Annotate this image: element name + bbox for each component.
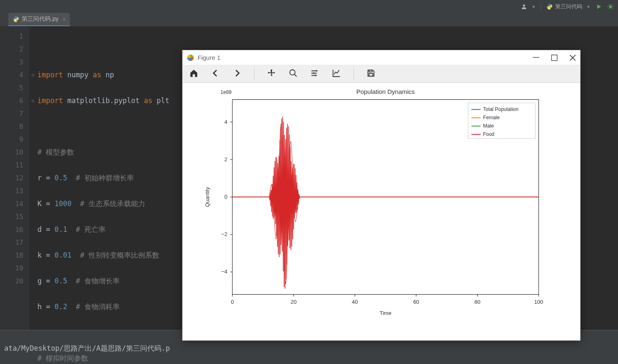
- close-tab-icon[interactable]: ×: [63, 16, 66, 22]
- svg-point-1: [609, 5, 612, 8]
- file-tab[interactable]: 第三问代码.py ×: [8, 13, 70, 26]
- bug-icon: [607, 3, 614, 10]
- code-editor[interactable]: ⊟import numpy as np ⊟import matplotlib.p…: [29, 27, 618, 330]
- python-icon: [12, 16, 19, 22]
- run-button[interactable]: [596, 3, 602, 10]
- user-icon: [521, 3, 527, 10]
- chevron-down-icon: ▼: [531, 5, 536, 9]
- editor-tabs-bar: 第三问代码.py ×: [0, 13, 618, 27]
- play-icon: [596, 3, 602, 10]
- run-config-selector[interactable]: 第三问代码 ▼: [546, 3, 591, 10]
- editor-area: 1234567891011121314151617181920 ⊟import …: [0, 27, 618, 330]
- tab-filename: 第三问代码.py: [22, 15, 59, 23]
- user-menu[interactable]: ▼: [521, 3, 536, 10]
- line-number-gutter: 1234567891011121314151617181920: [0, 27, 29, 330]
- python-icon: [546, 3, 553, 10]
- debug-button[interactable]: [607, 3, 614, 10]
- ide-top-toolbar: ▼ 第三问代码 ▼: [0, 0, 618, 13]
- svg-point-0: [523, 5, 525, 7]
- chevron-down-icon: ▼: [586, 5, 591, 9]
- run-config-name: 第三问代码: [555, 3, 582, 10]
